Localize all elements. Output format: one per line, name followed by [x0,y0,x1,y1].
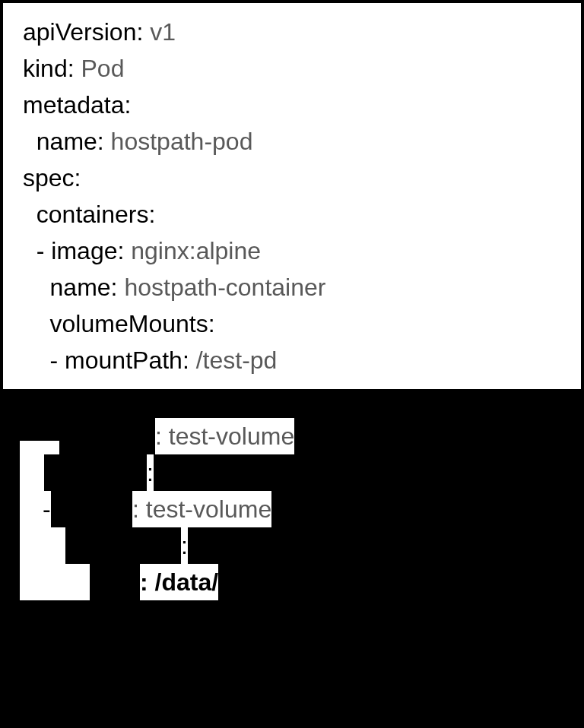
occluded-region: : test-volume : - : test-volume : : /dat… [20,418,567,600]
code-line-occluded: - : test-volume [20,491,567,527]
yaml-key: kind [23,55,68,82]
yaml-key: mountPath [65,347,182,374]
yaml-key: containers [36,201,149,228]
code-line-occluded: : /data/ [20,564,567,600]
white-fragment [20,441,59,454]
yaml-dash-fragment: - [20,491,51,527]
yaml-key: name [36,128,97,155]
yaml-key: apiVersion [23,18,136,46]
code-line: - image: nginx:alpine [23,233,566,269]
yaml-value: nginx:alpine [131,237,261,264]
yaml-value-fragment: : test-volume [155,418,294,454]
yaml-value: hostpath-container [124,274,325,301]
code-line: - mountPath: /test-pd [23,342,566,378]
white-fragment [20,527,65,564]
white-fragment [20,454,44,491]
code-line-occluded: : [20,527,567,564]
code-line: name: hostpath-container [23,269,566,305]
yaml-value-fragment: : test-volume [132,491,271,527]
code-line: containers: [23,196,566,233]
code-line-occluded: : test-volume [20,418,567,454]
yaml-value: /test-pd [196,347,278,374]
yaml-code-block: apiVersion: v1 kind: Pod metadata: name:… [0,0,584,392]
code-line: name: hostpath-pod [23,123,566,160]
yaml-key: metadata [23,91,124,119]
yaml-value-fragment-bold: : /data/ [140,564,218,600]
yaml-value: Pod [81,55,124,82]
white-fragment [20,564,90,600]
code-line: apiVersion: v1 [23,14,566,50]
yaml-key: name [50,274,111,301]
yaml-colon-fragment: : [147,454,154,491]
yaml-value: v1 [150,18,176,46]
yaml-key: volumeMounts [50,310,208,337]
yaml-value: hostpath-pod [111,128,253,155]
code-line: metadata: [23,87,566,123]
code-line-occluded: : [20,454,567,491]
code-line: volumeMounts: [23,305,566,342]
yaml-key: spec [23,164,75,191]
code-line: kind: Pod [23,50,566,87]
yaml-key: image [51,237,117,264]
code-line: spec: [23,160,566,196]
yaml-colon-fragment: : [181,527,188,564]
